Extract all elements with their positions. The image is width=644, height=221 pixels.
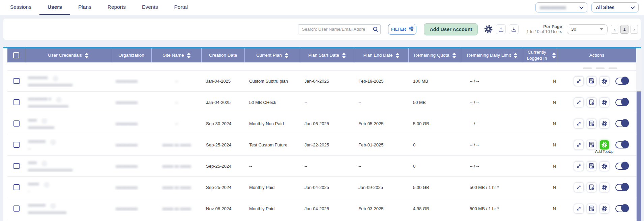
scrollbar-thumb[interactable] xyxy=(637,91,641,221)
column-header-plan-start-date[interactable]: Plan Start Date xyxy=(300,48,354,62)
row-settings-gear-icon[interactable] xyxy=(600,162,609,171)
tab-users[interactable]: Users xyxy=(39,0,70,15)
tab-list: SessionsUsersPlansReportsEventsPortal xyxy=(2,0,196,15)
plan-details-icon[interactable] xyxy=(587,98,596,107)
sites-dropdown[interactable]: All Sites xyxy=(591,2,639,12)
search-icon[interactable] xyxy=(373,26,378,33)
sort-desc-icon[interactable] xyxy=(85,56,88,58)
row-checkbox[interactable] xyxy=(13,120,20,127)
select-all-checkbox[interactable] xyxy=(13,52,19,58)
row-checkbox[interactable] xyxy=(13,78,20,84)
sort-asc-icon[interactable] xyxy=(342,53,346,55)
sort-desc-icon[interactable] xyxy=(285,56,288,58)
tab-events[interactable]: Events xyxy=(134,0,166,15)
user-info-icon[interactable]: i xyxy=(42,119,47,123)
sort-arrows-icon[interactable] xyxy=(514,53,517,58)
user-info-icon[interactable]: i xyxy=(53,76,58,81)
sort-asc-icon[interactable] xyxy=(452,53,456,55)
row-checkbox[interactable] xyxy=(13,205,20,212)
sort-desc-icon[interactable] xyxy=(452,56,456,58)
row-settings-gear-icon[interactable] xyxy=(600,204,609,213)
column-header-site-name[interactable]: Site Name xyxy=(152,48,202,62)
chevron-down-icon xyxy=(631,5,635,9)
row-settings-gear-icon[interactable] xyxy=(600,183,609,192)
sort-arrows-icon[interactable] xyxy=(187,53,191,58)
sort-arrows-icon[interactable] xyxy=(285,53,288,58)
expand-row-icon[interactable] xyxy=(574,140,583,149)
user-enabled-toggle[interactable] xyxy=(615,184,629,191)
sort-asc-icon[interactable] xyxy=(285,53,288,55)
user-enabled-toggle[interactable] xyxy=(615,205,629,212)
add-user-account-button[interactable]: Add User Account xyxy=(424,23,478,35)
sort-desc-icon[interactable] xyxy=(187,56,191,58)
tab-plans[interactable]: Plans xyxy=(70,0,99,15)
plan-details-icon[interactable] xyxy=(587,204,596,213)
plan-details-icon[interactable] xyxy=(587,140,596,149)
user-enabled-toggle[interactable] xyxy=(615,163,629,170)
user-info-icon[interactable]: i xyxy=(45,183,49,187)
row-checkbox[interactable] xyxy=(13,142,20,148)
tab-reports[interactable]: Reports xyxy=(99,0,134,15)
user-enabled-toggle[interactable] xyxy=(615,120,629,127)
expand-row-icon[interactable] xyxy=(574,77,583,86)
upload-icon[interactable] xyxy=(496,24,506,34)
column-header-user-credentials[interactable]: User Credentials xyxy=(25,48,111,62)
column-header-remaining-daily-limit[interactable]: Remaining Daily Limit xyxy=(461,48,523,62)
sort-arrows-icon[interactable] xyxy=(85,53,88,58)
sort-arrows-icon[interactable] xyxy=(342,53,346,58)
user-info-icon[interactable]: i xyxy=(42,161,47,166)
plan-details-icon[interactable] xyxy=(587,162,596,171)
site-name-redacted: -- xyxy=(175,121,178,126)
column-header-remaining-quota[interactable]: Remaining Quota xyxy=(409,48,461,62)
sort-arrows-icon[interactable] xyxy=(552,53,556,58)
sort-desc-icon[interactable] xyxy=(552,56,556,58)
sort-arrows-icon[interactable] xyxy=(452,53,456,58)
filter-button[interactable]: FILTER xyxy=(388,24,416,35)
download-icon[interactable] xyxy=(509,24,519,34)
row-checkbox[interactable] xyxy=(13,184,20,190)
row-settings-gear-icon[interactable] xyxy=(600,119,609,128)
sort-arrows-icon[interactable] xyxy=(396,53,399,58)
sort-desc-icon[interactable] xyxy=(342,56,346,58)
next-page-button[interactable]: › xyxy=(631,25,638,34)
user-info-icon[interactable]: i xyxy=(51,140,55,144)
user-enabled-toggle[interactable] xyxy=(615,78,629,85)
sort-asc-icon[interactable] xyxy=(187,53,191,55)
search-input[interactable] xyxy=(298,24,381,34)
expand-row-icon[interactable] xyxy=(574,183,583,192)
sort-desc-icon[interactable] xyxy=(396,56,399,58)
column-header-currently-logged-in[interactable]: Currently Logged In xyxy=(523,48,557,62)
vertical-scrollbar[interactable] xyxy=(636,48,641,221)
expand-row-icon[interactable] xyxy=(574,162,583,171)
expand-row-icon[interactable] xyxy=(574,98,583,107)
tab-portal[interactable]: Portal xyxy=(166,0,196,15)
sort-asc-icon[interactable] xyxy=(396,53,399,55)
plan-details-icon[interactable] xyxy=(587,77,596,86)
plan-details-icon[interactable] xyxy=(587,119,596,128)
row-settings-gear-icon[interactable] xyxy=(600,98,609,107)
user-info-icon[interactable]: i xyxy=(51,204,55,208)
user-credentials-cell: xxxxxi - xyxy=(25,182,111,193)
table-settings-gear-icon[interactable] xyxy=(484,25,493,34)
tab-sessions[interactable]: Sessions xyxy=(2,0,39,15)
user-info-icon[interactable]: i xyxy=(57,98,61,102)
column-header-current-plan[interactable]: Current Plan xyxy=(245,48,300,62)
plan-details-icon[interactable] xyxy=(587,183,596,192)
current-page-button[interactable]: 1 xyxy=(620,25,628,34)
row-checkbox[interactable] xyxy=(13,99,20,105)
row-settings-gear-icon[interactable] xyxy=(600,77,609,86)
sort-asc-icon[interactable] xyxy=(514,53,517,55)
column-header-plan-end-date[interactable]: Plan End Date xyxy=(354,48,409,62)
row-checkbox[interactable] xyxy=(13,163,20,169)
expand-row-icon[interactable] xyxy=(574,119,583,128)
sort-desc-icon[interactable] xyxy=(514,56,517,58)
user-enabled-toggle[interactable] xyxy=(615,141,629,148)
sort-asc-icon[interactable] xyxy=(552,53,556,55)
per-page-dropdown[interactable]: 30 xyxy=(567,24,608,34)
user-enabled-toggle[interactable] xyxy=(615,99,629,106)
expand-row-icon[interactable] xyxy=(574,204,583,213)
organization-dropdown[interactable]: xxxxxxxxxx xyxy=(535,2,587,12)
sort-asc-icon[interactable] xyxy=(85,53,88,55)
add-topup-gear-icon[interactable] xyxy=(600,140,609,149)
prev-page-button[interactable]: ‹ xyxy=(611,25,618,34)
